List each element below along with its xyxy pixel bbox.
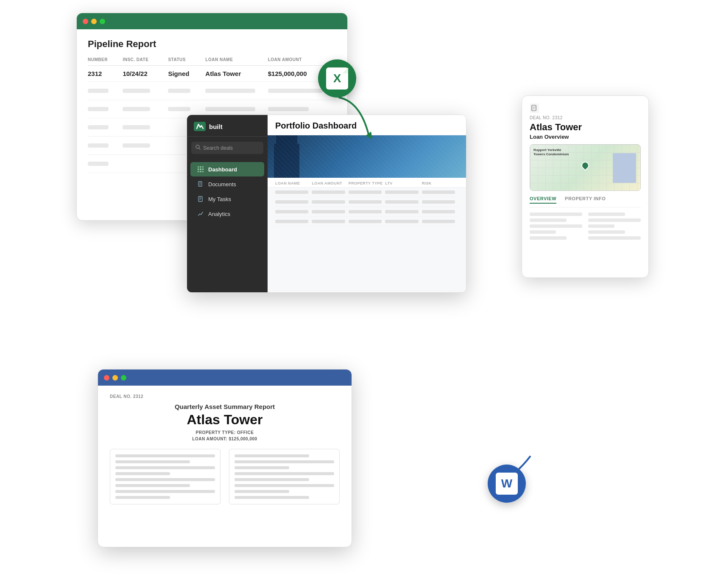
deal-col-left <box>530 213 582 240</box>
deal-placeholder-6 <box>588 213 625 216</box>
deal-placeholder-4 <box>530 230 556 234</box>
nav-item-analytics[interactable]: Analytics <box>190 207 264 221</box>
report-line-r1 <box>235 454 309 457</box>
report-line-r2 <box>235 460 334 463</box>
report-line-r7 <box>235 490 289 493</box>
dashboard-icon <box>197 166 204 173</box>
report-columns <box>110 449 340 504</box>
report-line-3 <box>115 466 215 469</box>
report-window: Deal No. 2312 Quarterly Asset Summary Re… <box>98 369 352 547</box>
report-line-r5 <box>235 478 309 481</box>
nav-label-analytics: Analytics <box>208 211 230 217</box>
word-badge: W <box>488 465 526 503</box>
report-titlebar <box>98 370 352 386</box>
report-line-1 <box>115 454 215 457</box>
deal-placeholder-5 <box>530 236 567 240</box>
minimize-dot[interactable] <box>91 19 97 24</box>
col-loan-amount: Loan Amount <box>312 181 348 185</box>
excel-icon: X <box>326 67 348 90</box>
map-block <box>613 153 636 183</box>
deal-map: Ruppert YorkvilleTowers Condominium <box>530 144 641 191</box>
portfolio-row-2[interactable] <box>275 197 458 207</box>
report-line-r3 <box>235 466 289 469</box>
report-line-8 <box>115 496 170 499</box>
report-line-4 <box>115 472 170 475</box>
col-status: Status <box>168 57 205 66</box>
report-close-dot[interactable] <box>104 375 109 381</box>
deal-doc-icon <box>530 104 539 113</box>
built-logo-text: built <box>209 123 223 130</box>
built-nav: Dashboard Documents <box>187 159 268 224</box>
word-icon: W <box>496 473 518 495</box>
map-label: Ruppert YorkvilleTowers Condominium <box>533 148 569 157</box>
report-line-r8 <box>235 496 309 499</box>
portfolio-row-1[interactable] <box>275 188 458 197</box>
portfolio-row-4[interactable] <box>275 217 458 227</box>
report-line-2 <box>115 460 190 463</box>
report-line-r6 <box>235 484 334 487</box>
pipeline-row-1[interactable]: 2312 10/24/22 Signed Atlas Tower $125,00… <box>88 66 336 82</box>
col-property-type: Property Type <box>349 181 385 185</box>
deal-placeholder-9 <box>588 230 625 234</box>
report-meta-loan: Loan Amount: $125,000,000 <box>110 437 340 441</box>
deal-col-right <box>588 213 641 240</box>
portfolio-rows <box>268 188 466 227</box>
deal-placeholder-1 <box>530 213 582 216</box>
report-line-7 <box>115 490 215 493</box>
deal-window: Deal No. 2312 Atlas Tower Loan Overview … <box>522 95 649 278</box>
excel-arrow <box>335 93 386 146</box>
search-bar[interactable]: Search deals <box>191 142 263 154</box>
pipeline-title: Pipeline Report <box>88 39 336 50</box>
report-main-title: Atlas Tower <box>110 412 340 428</box>
pipeline-row-placeholder-1 <box>88 82 336 100</box>
report-col-right <box>229 449 340 504</box>
deal-placeholder-7 <box>588 218 641 222</box>
nav-label-dashboard: Dashboard <box>208 166 237 173</box>
cell-date: 10/24/22 <box>123 66 168 82</box>
deal-no: Deal No. 2312 <box>530 115 641 120</box>
col-loan-name: Loan Name <box>275 181 312 185</box>
nav-item-dashboard[interactable]: Dashboard <box>190 162 264 176</box>
analytics-icon <box>197 210 204 217</box>
expand-dot[interactable] <box>100 19 105 24</box>
tab-overview[interactable]: Overview <box>530 196 556 204</box>
nav-item-documents[interactable]: Documents <box>190 177 264 191</box>
portfolio-table-header: Loan Name Loan Amount Property Type LTV … <box>268 178 466 188</box>
word-letter: W <box>501 477 512 490</box>
search-icon <box>195 145 201 151</box>
report-meta-property: Property Type: Office <box>110 430 340 435</box>
col-loan-name: Loan Name <box>205 57 268 66</box>
report-line-5 <box>115 478 215 481</box>
nav-item-tasks[interactable]: My Tasks <box>190 192 264 206</box>
built-logo: built <box>187 115 268 137</box>
tab-property-info[interactable]: Property Info <box>565 196 606 204</box>
deal-placeholder-10 <box>588 236 641 240</box>
cell-number: 2312 <box>88 66 123 82</box>
portfolio-row-3[interactable] <box>275 207 458 217</box>
report-col-left <box>110 449 221 504</box>
col-date: Insc. Date <box>123 57 168 66</box>
main-scene: Pipeline Report Number Insc. Date Status… <box>76 13 649 564</box>
close-dot[interactable] <box>83 19 88 24</box>
report-minimize-dot[interactable] <box>112 375 118 381</box>
excel-letter: X <box>333 72 341 85</box>
deal-icon-row <box>530 104 641 113</box>
report-subtitle: Quarterly Asset Summary Report <box>110 403 340 410</box>
cell-status: Signed <box>168 66 205 82</box>
excel-fold <box>342 67 348 73</box>
col-risk: Risk <box>422 181 458 185</box>
search-placeholder: Search deals <box>203 145 233 151</box>
built-window: built Search deals <box>187 115 466 293</box>
pipeline-titlebar <box>77 13 347 29</box>
report-expand-dot[interactable] <box>121 375 126 381</box>
nav-label-tasks: My Tasks <box>208 196 231 202</box>
deal-tabs: Overview Property Info <box>530 196 641 207</box>
deal-title: Atlas Tower <box>530 122 641 133</box>
col-ltv: LTV <box>385 181 422 185</box>
col-number: Number <box>88 57 123 66</box>
excel-badge: X <box>318 59 356 98</box>
nav-label-documents: Documents <box>208 181 236 188</box>
deal-placeholder-2 <box>530 218 567 222</box>
report-line-6 <box>115 484 190 487</box>
tasks-icon <box>197 196 204 202</box>
